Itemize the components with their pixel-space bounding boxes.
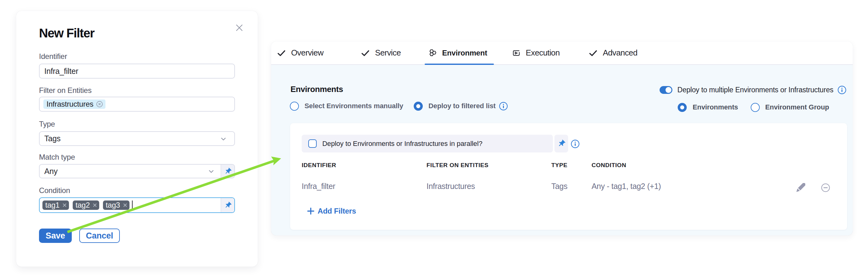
- tab-service[interactable]: Service: [358, 41, 405, 64]
- tab-label: Advanced: [603, 48, 638, 58]
- identifier-input[interactable]: Infra_filter: [39, 64, 235, 78]
- info-icon[interactable]: [499, 102, 508, 111]
- tag-remove-icon[interactable]: [92, 203, 97, 208]
- filter-on-entities-label: Filter on Entities: [39, 86, 91, 95]
- execution-icon: [512, 49, 520, 57]
- tab-advanced[interactable]: Advanced: [585, 41, 642, 64]
- pin-icon: [224, 202, 232, 209]
- col-header-condition: CONDITION: [592, 162, 626, 169]
- radio-deploy-filtered[interactable]: [414, 102, 423, 111]
- identifier-label: Identifier: [39, 52, 67, 61]
- filter-on-entities-input[interactable]: Infrastructures: [39, 97, 235, 112]
- type-label: Type: [39, 120, 55, 129]
- close-button[interactable]: [235, 23, 244, 32]
- toggle-knob: [665, 87, 672, 93]
- add-filters-label: Add Filters: [318, 207, 356, 215]
- new-filter-modal: New Filter Identifier Infra_filter Filte…: [16, 11, 258, 267]
- parallel-checkbox-row: Deploy to Environments or Infrastructure…: [302, 135, 553, 152]
- stage-config-panel: Overview Service Environment Execution A…: [271, 41, 853, 236]
- check-icon: [277, 49, 285, 57]
- toggle-label: Deploy to multiple Environments or Infra…: [677, 86, 833, 94]
- info-icon[interactable]: [571, 139, 580, 148]
- radio-select-manually[interactable]: [290, 102, 299, 111]
- check-icon: [361, 49, 369, 57]
- match-type-label: Match type: [39, 153, 75, 162]
- tag-label: tag3: [106, 201, 120, 210]
- condition-tag[interactable]: tag3: [103, 201, 129, 210]
- tab-label: Overview: [291, 48, 323, 58]
- radio-environments[interactable]: [678, 103, 687, 112]
- tab-execution[interactable]: Execution: [508, 41, 564, 64]
- env-type-radio-group: Environments Environment Group: [678, 103, 829, 112]
- cell-identifier: Infra_filter: [302, 182, 335, 191]
- tag-remove-icon[interactable]: [62, 203, 67, 208]
- match-type-select[interactable]: Any: [39, 164, 235, 178]
- col-header-identifier: IDENTIFIER: [302, 162, 336, 169]
- chevron-down-icon: [219, 135, 227, 143]
- text-cursor: [132, 201, 133, 210]
- col-header-type: TYPE: [551, 162, 567, 169]
- environments-heading: Environments: [290, 84, 343, 94]
- chevron-down-icon: [207, 168, 215, 176]
- tab-overview[interactable]: Overview: [274, 41, 328, 64]
- multi-env-toggle-row: Deploy to multiple Environments or Infra…: [659, 86, 846, 94]
- edit-icon[interactable]: [796, 183, 805, 193]
- cell-entities: Infrastructures: [427, 182, 475, 191]
- stage-tabbar: Overview Service Environment Execution A…: [271, 41, 853, 65]
- parallel-checkbox[interactable]: [308, 139, 317, 148]
- tab-environment[interactable]: Environment: [425, 41, 494, 64]
- cancel-button[interactable]: Cancel: [79, 229, 120, 243]
- tag-label: tag2: [75, 201, 90, 210]
- condition-pin-button[interactable]: [221, 198, 234, 212]
- type-select[interactable]: Tags: [39, 131, 235, 146]
- condition-tag[interactable]: tag2: [73, 201, 99, 210]
- condition-label: Condition: [39, 186, 70, 195]
- radio-label: Environments: [693, 103, 738, 111]
- multi-env-toggle[interactable]: [659, 86, 672, 94]
- parallel-checkbox-label: Deploy to Environments or Infrastructure…: [322, 140, 483, 148]
- save-button[interactable]: Save: [39, 229, 72, 243]
- pin-icon: [224, 168, 232, 175]
- match-type-pin-button[interactable]: [221, 165, 234, 178]
- cell-condition: Any - tag1, tag2 (+1): [592, 182, 661, 191]
- entities-chip[interactable]: Infrastructures: [43, 100, 105, 109]
- filters-card: Deploy to Environments or Infrastructure…: [290, 123, 847, 230]
- radio-label: Select Environments manually: [305, 102, 403, 110]
- parallel-pin-button[interactable]: [554, 135, 568, 152]
- check-icon: [589, 49, 597, 57]
- info-icon[interactable]: [837, 85, 846, 95]
- condition-tag[interactable]: tag1: [42, 201, 69, 210]
- tag-remove-icon[interactable]: [123, 203, 128, 208]
- match-type-value: Any: [40, 167, 57, 176]
- radio-label: Deploy to filtered list: [428, 102, 495, 110]
- tab-label: Service: [375, 48, 401, 58]
- entities-chip-label: Infrastructures: [46, 100, 93, 108]
- chip-remove-icon[interactable]: [96, 101, 103, 108]
- add-filters-button[interactable]: Add Filters: [307, 207, 356, 215]
- col-header-entities: FILTER ON ENTITIES: [427, 162, 489, 169]
- condition-input[interactable]: tag1 tag2 tag3: [39, 197, 235, 213]
- environment-icon: [428, 49, 436, 57]
- tag-label: tag1: [45, 201, 60, 210]
- tab-label: Execution: [526, 48, 560, 58]
- deploy-mode-radio-group: Select Environments manually Deploy to f…: [290, 101, 508, 111]
- plus-icon: [307, 208, 314, 214]
- tab-label: Environment: [442, 49, 487, 57]
- cell-type: Tags: [551, 182, 567, 191]
- radio-environment-group[interactable]: [751, 103, 760, 112]
- modal-title: New Filter: [39, 26, 94, 40]
- pin-icon: [557, 139, 566, 148]
- close-icon: [235, 23, 244, 32]
- type-value: Tags: [40, 134, 61, 143]
- identifier-value: Infra_filter: [40, 67, 78, 76]
- radio-label: Environment Group: [765, 103, 829, 111]
- remove-icon[interactable]: [821, 183, 830, 193]
